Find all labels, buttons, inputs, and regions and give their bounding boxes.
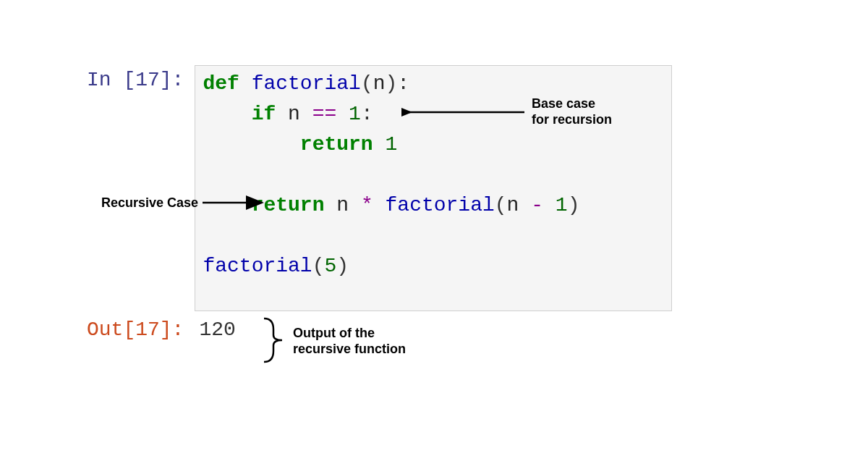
- brace-output: [260, 315, 289, 366]
- code-line-5: return n * factorial(n - 1): [203, 190, 664, 221]
- arrow-recursive-case: [199, 195, 268, 210]
- arrow-base-case: [401, 105, 532, 119]
- code-line-4: [203, 160, 664, 190]
- code-line-3: return 1: [203, 130, 664, 160]
- annotation-output: Output of the recursive function: [293, 326, 406, 357]
- code-line-7: factorial(5): [203, 251, 664, 282]
- code-line-6: [203, 221, 664, 251]
- annotation-base-case: Base case for recursion: [532, 96, 612, 127]
- out-prompt: Out[17]:: [87, 318, 195, 341]
- in-prompt: In [17]:: [87, 65, 195, 91]
- annotation-recursive-case: Recursive Case: [101, 195, 198, 211]
- code-line-1: def factorial(n):: [203, 69, 664, 99]
- output-value: 120: [195, 318, 235, 341]
